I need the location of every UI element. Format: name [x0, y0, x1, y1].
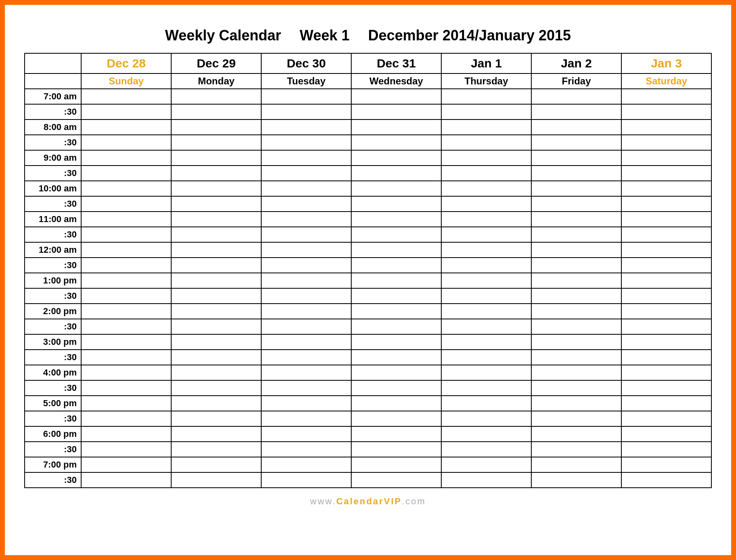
calendar-slot[interactable] — [81, 212, 171, 227]
calendar-slot[interactable] — [441, 396, 531, 411]
calendar-slot[interactable] — [621, 242, 711, 258]
calendar-slot[interactable] — [531, 350, 621, 365]
calendar-slot[interactable] — [351, 319, 441, 334]
calendar-slot[interactable] — [351, 380, 441, 396]
calendar-slot[interactable] — [351, 150, 441, 166]
calendar-slot[interactable] — [531, 196, 621, 212]
calendar-slot[interactable] — [351, 212, 441, 227]
calendar-slot[interactable] — [171, 89, 261, 104]
calendar-slot[interactable] — [621, 166, 711, 181]
calendar-slot[interactable] — [171, 104, 261, 120]
calendar-slot[interactable] — [531, 120, 621, 135]
calendar-slot[interactable] — [531, 104, 621, 120]
calendar-slot[interactable] — [261, 89, 351, 104]
calendar-slot[interactable] — [531, 166, 621, 181]
calendar-slot[interactable] — [261, 288, 351, 304]
calendar-slot[interactable] — [621, 120, 711, 135]
calendar-slot[interactable] — [261, 472, 351, 488]
calendar-slot[interactable] — [531, 472, 621, 488]
calendar-slot[interactable] — [81, 411, 171, 426]
calendar-slot[interactable] — [261, 227, 351, 242]
calendar-slot[interactable] — [441, 196, 531, 212]
calendar-slot[interactable] — [621, 104, 711, 120]
calendar-slot[interactable] — [531, 181, 621, 196]
calendar-slot[interactable] — [441, 472, 531, 488]
calendar-slot[interactable] — [531, 442, 621, 457]
calendar-slot[interactable] — [81, 104, 171, 120]
calendar-slot[interactable] — [531, 242, 621, 258]
calendar-slot[interactable] — [261, 166, 351, 181]
calendar-slot[interactable] — [351, 135, 441, 150]
calendar-slot[interactable] — [261, 319, 351, 334]
calendar-slot[interactable] — [531, 334, 621, 350]
calendar-slot[interactable] — [441, 457, 531, 472]
calendar-slot[interactable] — [441, 411, 531, 426]
calendar-slot[interactable] — [171, 334, 261, 350]
calendar-slot[interactable] — [261, 150, 351, 166]
calendar-slot[interactable] — [621, 273, 711, 288]
calendar-slot[interactable] — [351, 365, 441, 380]
calendar-slot[interactable] — [261, 242, 351, 258]
calendar-slot[interactable] — [621, 472, 711, 488]
calendar-slot[interactable] — [621, 212, 711, 227]
calendar-slot[interactable] — [261, 411, 351, 426]
calendar-slot[interactable] — [261, 442, 351, 457]
calendar-slot[interactable] — [531, 426, 621, 442]
calendar-slot[interactable] — [441, 334, 531, 350]
calendar-slot[interactable] — [351, 472, 441, 488]
calendar-slot[interactable] — [621, 150, 711, 166]
calendar-slot[interactable] — [351, 227, 441, 242]
calendar-slot[interactable] — [171, 472, 261, 488]
calendar-slot[interactable] — [81, 334, 171, 350]
calendar-slot[interactable] — [171, 442, 261, 457]
calendar-slot[interactable] — [351, 396, 441, 411]
calendar-slot[interactable] — [351, 426, 441, 442]
calendar-slot[interactable] — [171, 212, 261, 227]
calendar-slot[interactable] — [261, 457, 351, 472]
calendar-slot[interactable] — [261, 212, 351, 227]
calendar-slot[interactable] — [531, 227, 621, 242]
calendar-slot[interactable] — [441, 104, 531, 120]
calendar-slot[interactable] — [81, 304, 171, 319]
calendar-slot[interactable] — [531, 288, 621, 304]
calendar-slot[interactable] — [171, 150, 261, 166]
calendar-slot[interactable] — [441, 227, 531, 242]
calendar-slot[interactable] — [81, 196, 171, 212]
calendar-slot[interactable] — [261, 104, 351, 120]
calendar-slot[interactable] — [81, 396, 171, 411]
calendar-slot[interactable] — [81, 150, 171, 166]
calendar-slot[interactable] — [531, 319, 621, 334]
calendar-slot[interactable] — [441, 181, 531, 196]
calendar-slot[interactable] — [531, 135, 621, 150]
calendar-slot[interactable] — [171, 135, 261, 150]
calendar-slot[interactable] — [441, 442, 531, 457]
calendar-slot[interactable] — [351, 258, 441, 273]
calendar-slot[interactable] — [621, 89, 711, 104]
calendar-slot[interactable] — [261, 258, 351, 273]
calendar-slot[interactable] — [81, 242, 171, 258]
calendar-slot[interactable] — [351, 273, 441, 288]
calendar-slot[interactable] — [621, 411, 711, 426]
calendar-slot[interactable] — [621, 227, 711, 242]
calendar-slot[interactable] — [81, 472, 171, 488]
calendar-slot[interactable] — [441, 319, 531, 334]
calendar-slot[interactable] — [531, 273, 621, 288]
calendar-slot[interactable] — [441, 288, 531, 304]
calendar-slot[interactable] — [441, 135, 531, 150]
calendar-slot[interactable] — [171, 196, 261, 212]
calendar-slot[interactable] — [261, 135, 351, 150]
calendar-slot[interactable] — [621, 334, 711, 350]
calendar-slot[interactable] — [441, 426, 531, 442]
calendar-slot[interactable] — [531, 212, 621, 227]
calendar-slot[interactable] — [261, 350, 351, 365]
calendar-slot[interactable] — [531, 304, 621, 319]
calendar-slot[interactable] — [351, 181, 441, 196]
calendar-slot[interactable] — [441, 258, 531, 273]
calendar-slot[interactable] — [351, 304, 441, 319]
calendar-slot[interactable] — [621, 319, 711, 334]
calendar-slot[interactable] — [621, 457, 711, 472]
calendar-slot[interactable] — [621, 258, 711, 273]
calendar-slot[interactable] — [531, 457, 621, 472]
calendar-slot[interactable] — [441, 150, 531, 166]
calendar-slot[interactable] — [171, 242, 261, 258]
